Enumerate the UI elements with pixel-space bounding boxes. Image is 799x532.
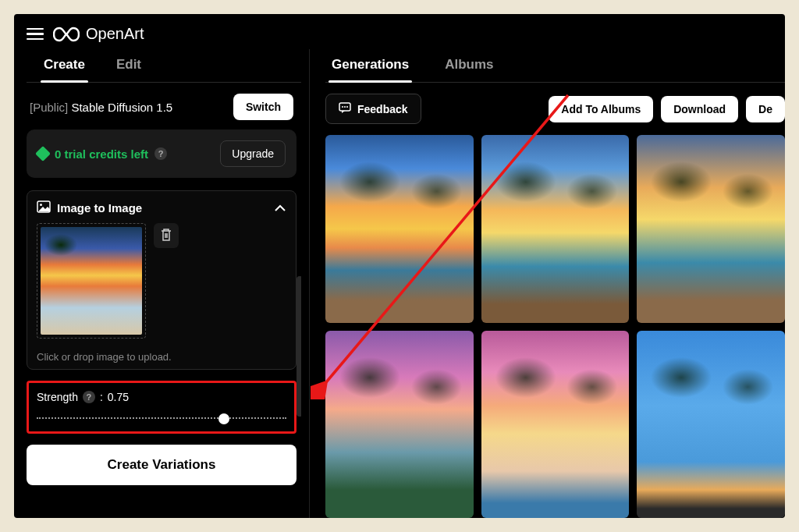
delete-button[interactable]: De bbox=[746, 96, 785, 122]
credits-text: 0 trial credits left bbox=[55, 147, 148, 161]
image-to-image-panel: Image to Image bbox=[27, 190, 297, 370]
credits-card: 0 trial credits left ? Upgrade bbox=[27, 129, 297, 178]
sidebar-content: [Public] Stable Diffusion 1.5 Switch 0 t… bbox=[27, 83, 301, 510]
main-toolbar: Feedback Add To Albums Download De bbox=[325, 83, 785, 135]
brand-name: OpenArt bbox=[86, 25, 144, 43]
main-tabs: Generations Albums bbox=[325, 49, 785, 83]
scrollbar[interactable] bbox=[297, 276, 301, 417]
help-icon[interactable]: ? bbox=[154, 147, 167, 160]
upload-hint: Click or drop image to upload. bbox=[37, 351, 286, 363]
strength-label: Strength bbox=[37, 391, 78, 403]
strength-colon: : bbox=[100, 391, 103, 403]
sidebar-tabs: Create Edit bbox=[27, 49, 301, 83]
diamond-icon bbox=[35, 146, 51, 161]
strength-label-row: Strength ? : 0.75 bbox=[37, 391, 286, 403]
thumbnail-row bbox=[37, 223, 286, 339]
help-icon[interactable]: ? bbox=[83, 391, 95, 403]
model-visibility: [Public] bbox=[30, 101, 68, 114]
sidebar: Create Edit [Public] Stable Diffusion 1.… bbox=[14, 49, 309, 518]
brand-logo[interactable]: OpenArt bbox=[53, 25, 144, 43]
delete-image-button[interactable] bbox=[154, 223, 179, 248]
generation-thumbnail[interactable] bbox=[325, 331, 474, 519]
uploaded-thumbnail bbox=[41, 227, 142, 335]
download-button[interactable]: Download bbox=[661, 96, 738, 122]
feedback-label: Feedback bbox=[357, 103, 408, 115]
tab-albums[interactable]: Albums bbox=[445, 52, 493, 82]
model-selector: [Public] Stable Diffusion 1.5 Switch bbox=[27, 94, 297, 120]
tab-create[interactable]: Create bbox=[44, 52, 85, 82]
svg-point-3 bbox=[342, 106, 343, 108]
add-to-albums-button[interactable]: Add To Albums bbox=[549, 96, 653, 122]
chevron-up-icon[interactable] bbox=[274, 201, 286, 215]
tab-generations[interactable]: Generations bbox=[332, 52, 409, 82]
app-window: OpenArt Create Edit [Public] Stable Diff… bbox=[14, 14, 785, 518]
upgrade-button[interactable]: Upgrade bbox=[220, 140, 286, 167]
panel-title-text: Image to Image bbox=[57, 201, 142, 215]
app-header: OpenArt bbox=[14, 14, 785, 49]
chat-icon bbox=[339, 102, 351, 115]
svg-point-1 bbox=[40, 204, 42, 206]
generation-thumbnail[interactable] bbox=[481, 135, 630, 323]
menu-icon[interactable] bbox=[27, 28, 44, 41]
svg-point-4 bbox=[344, 106, 346, 108]
panel-header: Image to Image bbox=[37, 200, 286, 215]
create-variations-button[interactable]: Create Variations bbox=[27, 445, 297, 485]
credits-info: 0 trial credits left ? bbox=[37, 147, 167, 161]
strength-value: 0.75 bbox=[108, 391, 129, 403]
tab-edit[interactable]: Edit bbox=[116, 52, 141, 82]
gallery-grid bbox=[325, 135, 785, 518]
generation-thumbnail[interactable] bbox=[637, 331, 785, 519]
trash-icon bbox=[160, 228, 172, 244]
strength-slider[interactable] bbox=[37, 417, 286, 419]
slider-thumb[interactable] bbox=[218, 413, 229, 424]
app-body: Create Edit [Public] Stable Diffusion 1.… bbox=[14, 49, 785, 518]
feedback-button[interactable]: Feedback bbox=[325, 94, 421, 124]
main-panel: Generations Albums Feedback Add To Album… bbox=[309, 49, 785, 518]
upload-dropzone[interactable] bbox=[37, 223, 146, 339]
switch-button[interactable]: Switch bbox=[233, 94, 293, 120]
generation-thumbnail[interactable] bbox=[481, 331, 630, 519]
generation-thumbnail[interactable] bbox=[637, 135, 785, 323]
model-name: Stable Diffusion 1.5 bbox=[71, 101, 172, 114]
infinity-icon bbox=[53, 27, 80, 42]
generation-thumbnail[interactable] bbox=[325, 135, 474, 323]
strength-section: Strength ? : 0.75 bbox=[27, 381, 297, 434]
svg-point-5 bbox=[346, 106, 348, 108]
model-label: [Public] Stable Diffusion 1.5 bbox=[30, 101, 172, 114]
panel-title: Image to Image bbox=[37, 200, 142, 215]
image-icon bbox=[37, 200, 51, 215]
